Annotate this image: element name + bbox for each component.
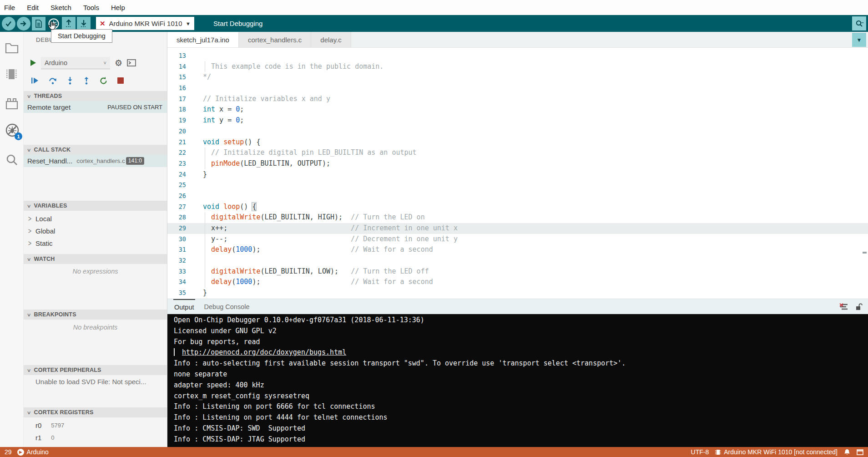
line-number[interactable]: 27	[167, 202, 196, 213]
code-line[interactable]: 35}	[167, 288, 868, 299]
cortex-peripherals-section-header[interactable]: ∨ CORTEX PERIPHERALS	[24, 365, 167, 375]
stop-button[interactable]	[117, 77, 124, 84]
code-line[interactable]: 19int y = 0;	[167, 115, 868, 126]
call-stack-section-header[interactable]: ∨ CALL STACK	[24, 145, 167, 155]
upload-programmer-button[interactable]	[62, 17, 76, 30]
code-line[interactable]: 33 digitalWrite(LED_BUILTIN, LOW); // Tu…	[167, 266, 868, 277]
line-number[interactable]: 13	[167, 51, 196, 61]
line-number[interactable]: 21	[167, 137, 196, 148]
variables-static-row[interactable]: > Static	[24, 237, 167, 249]
search-sidebar-icon[interactable]	[5, 153, 19, 167]
menu-help[interactable]: Help	[111, 4, 125, 11]
line-number[interactable]: 15	[167, 72, 196, 83]
step-into-button[interactable]	[67, 77, 73, 85]
code-line-current[interactable]: 29 x++; // Increment in one unit x	[167, 223, 868, 234]
menu-sketch[interactable]: Sketch	[50, 4, 71, 11]
code-line[interactable]: 14 This example code is in the public do…	[167, 61, 868, 72]
line-number[interactable]: 16	[167, 83, 196, 94]
code-line[interactable]: 18int x = 0;	[167, 104, 868, 115]
continue-button[interactable]	[31, 77, 39, 84]
code-line[interactable]: 15*/	[167, 72, 868, 83]
line-number[interactable]: 23	[167, 158, 196, 169]
cortex-registers-section-header[interactable]: ∨ CORTEX REGISTERS	[24, 407, 167, 417]
console-link[interactable]: http://openocd.org/doc/doxygen/bugs.html	[182, 348, 346, 356]
register-row-r1[interactable]: r1 0	[24, 432, 167, 444]
new-sketch-button[interactable]	[32, 17, 45, 30]
step-over-button[interactable]	[49, 77, 57, 85]
line-number[interactable]: 22	[167, 147, 196, 158]
code-line[interactable]: 16	[167, 83, 868, 94]
debug-console-tab[interactable]: Debug Console	[203, 299, 251, 314]
code-line[interactable]: 27void loop() {	[167, 202, 868, 213]
line-number[interactable]: 25	[167, 180, 196, 191]
breakpoints-section-header[interactable]: ∨ BREAKPOINTS	[24, 310, 167, 320]
line-number[interactable]: 19	[167, 115, 196, 126]
line-number[interactable]: 20	[167, 126, 196, 137]
call-stack-frame-row[interactable]: Reset_Handl... cortex_handlers.c 141:0	[24, 155, 167, 167]
code-line[interactable]: 32	[167, 255, 868, 266]
verify-button[interactable]	[2, 17, 15, 30]
code-line[interactable]: 22 // Initialize digital pin LED_BUILTIN…	[167, 147, 868, 158]
line-number[interactable]: 33	[167, 266, 196, 277]
output-tab[interactable]: Output	[173, 299, 195, 314]
line-number[interactable]: 32	[167, 255, 196, 266]
line-number[interactable]: 24	[167, 169, 196, 180]
line-number[interactable]: 29	[167, 223, 196, 234]
debug-disabled-icon[interactable]: 1	[5, 123, 20, 137]
code-line[interactable]: 17// Initialize variables x and y	[167, 94, 868, 105]
line-number[interactable]: 35	[167, 288, 196, 299]
step-out-button[interactable]	[83, 77, 90, 85]
line-number[interactable]: 30	[167, 234, 196, 245]
tab-cortex-handlers[interactable]: cortex_handlers.c	[239, 32, 311, 47]
code-line[interactable]: 34 delay(1000); // Wait for a second	[167, 277, 868, 288]
variables-global-row[interactable]: > Global	[24, 225, 167, 237]
watch-section-header[interactable]: ∨ WATCH	[24, 254, 167, 264]
libraries-icon[interactable]	[5, 97, 19, 110]
thread-row[interactable]: Remote target PAUSED ON START	[24, 101, 167, 113]
menu-tools[interactable]: Tools	[83, 4, 99, 11]
debug-console-toggle-icon[interactable]	[127, 59, 136, 66]
line-number[interactable]: 28	[167, 212, 196, 223]
variables-local-row[interactable]: > Local	[24, 213, 167, 225]
menu-file[interactable]: File	[4, 4, 15, 11]
code-line[interactable]: 13	[167, 51, 868, 61]
code-line[interactable]: 30 y--; // Decrement in one unit y	[167, 234, 868, 245]
code-line[interactable]: 31 delay(1000); // Wait for a second	[167, 244, 868, 255]
arduino-daemon-status[interactable]: ▶ Arduino	[17, 448, 49, 456]
debug-settings-gear-icon[interactable]: ⚙	[115, 59, 122, 67]
code-line[interactable]: 23 pinMode(LED_BUILTIN, OUTPUT);	[167, 158, 868, 169]
encoding-indicator[interactable]: UTF-8	[691, 448, 709, 456]
code-line[interactable]: 20	[167, 126, 868, 137]
line-number[interactable]: 31	[167, 244, 196, 255]
register-row-r0[interactable]: r0 5797	[24, 419, 167, 432]
line-number[interactable]: 14	[167, 61, 196, 72]
debug-start-play-icon[interactable]	[30, 59, 36, 66]
search-button[interactable]	[852, 16, 866, 30]
editor-tabs-dropdown-button[interactable]: ▼	[852, 33, 866, 47]
code-line[interactable]: 24}	[167, 169, 868, 180]
threads-section-header[interactable]: ∨ THREADS	[24, 91, 167, 101]
sketchbook-icon[interactable]	[5, 42, 19, 54]
line-number[interactable]: 17	[167, 94, 196, 105]
board-selector[interactable]: ✕ Arduino MKR WiFi 1010 ▼	[96, 17, 194, 30]
clear-output-button[interactable]	[839, 303, 848, 310]
download-button[interactable]	[77, 17, 91, 30]
line-number[interactable]: 26	[167, 191, 196, 202]
debug-config-dropdown[interactable]: Arduino ˅	[41, 57, 110, 69]
tab-delay-c[interactable]: delay.c	[311, 32, 351, 47]
variables-section-header[interactable]: ∨ VARIABLES	[24, 201, 167, 211]
notifications-bell[interactable]	[844, 449, 850, 456]
line-number[interactable]: 34	[167, 277, 196, 288]
boards-chip-icon[interactable]	[5, 67, 19, 81]
menu-edit[interactable]: Edit	[27, 4, 39, 11]
upload-button[interactable]	[17, 17, 30, 30]
restart-button[interactable]	[100, 77, 107, 85]
code-editor[interactable]: 1314 This example code is in the public …	[167, 48, 868, 299]
code-line[interactable]: 28 digitalWrite(LED_BUILTIN, HIGH); // T…	[167, 212, 868, 223]
code-line[interactable]: 25	[167, 180, 868, 191]
feedback-window-icon[interactable]	[857, 449, 863, 455]
line-number[interactable]: 18	[167, 104, 196, 115]
board-status[interactable]: Arduino MKR WiFi 1010 [not connected]	[715, 448, 838, 456]
code-line[interactable]: 21void setup() {	[167, 137, 868, 148]
code-line[interactable]: 26	[167, 191, 868, 202]
